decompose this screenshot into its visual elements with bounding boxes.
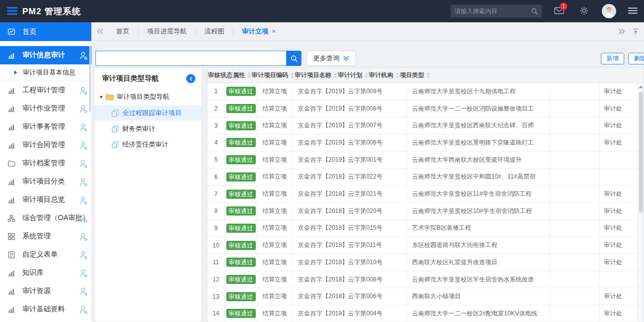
sidebar-item[interactable]: 综合管理（OA审批） <box>0 209 91 227</box>
project-name-cell: 东区校园道路与联大街衔接工程 <box>407 237 550 254</box>
more-query-button[interactable]: 更多查询 <box>307 51 356 66</box>
column-header[interactable]: 审计机构 <box>369 68 400 83</box>
column-header-label: 属性 <box>233 71 245 80</box>
table-row[interactable]: 14 审核通过 结算立项 京金咨字【2018】云字第004号 云南师范大学一二一… <box>208 305 643 322</box>
person-gear-icon <box>79 159 88 168</box>
sidebar-item-audit-info[interactable]: 审计信息审计 <box>0 46 91 64</box>
sidebar-item[interactable]: 审计项目总览 <box>0 191 91 209</box>
person-gear-icon <box>79 269 88 278</box>
table-row[interactable]: 5 审核通过 结算立项 京金咨字【2019】云字第001号 云南师范大学西南联大… <box>208 152 643 169</box>
status-badge: 审核通过 <box>226 258 256 267</box>
status-badge: 审核通过 <box>226 190 256 199</box>
sidebar-item[interactable]: 自定义表单 <box>0 245 91 264</box>
search-icon[interactable] <box>531 8 538 15</box>
tree-node[interactable]: 经济责任类审计 <box>95 137 201 152</box>
column-header[interactable]: 属性 <box>233 68 252 83</box>
table-row[interactable]: 4 审核通过 结算立项 京金咨字【2019】云字第006号 云南师范大学呈贡校区… <box>208 134 643 152</box>
project-name-cell: 艺术学院B区装修工程 <box>407 220 550 237</box>
row-number: 14 <box>208 305 225 322</box>
tabs-scroll-left-icon[interactable] <box>96 28 104 34</box>
sort-icon[interactable] <box>426 73 430 79</box>
table-row[interactable]: 1 审核通过 结算立项 京金咨字【2019】云字第009号 云南师范大学呈贡校区… <box>208 83 643 100</box>
bar-chart-icon <box>8 52 16 59</box>
sidebar-item[interactable]: 审计作业管理 <box>0 99 91 118</box>
sort-icon[interactable] <box>333 73 337 79</box>
caret-expanded-icon[interactable] <box>99 95 104 99</box>
sort-icon[interactable] <box>364 73 368 79</box>
sort-icon[interactable] <box>395 73 399 79</box>
sort-icon[interactable] <box>290 73 294 79</box>
person-gear-icon <box>79 251 88 260</box>
sidebar-item[interactable]: 审计合同管理 <box>0 136 91 154</box>
person-gear-icon <box>79 196 88 205</box>
tab-close-icon[interactable]: × <box>272 28 276 35</box>
menu-toggle-icon[interactable] <box>7 7 17 15</box>
table-row[interactable]: 10 审核通过 结算立项 京金咨字【2018】云字第011号 东区校园道路与联大… <box>208 237 643 254</box>
sort-icon[interactable] <box>247 73 251 79</box>
filter-search-button[interactable] <box>286 51 301 66</box>
table-scrollbar[interactable] <box>637 84 643 322</box>
attribute-cell: 结算立项 <box>257 237 293 254</box>
sidebar-scrollbar[interactable] <box>89 46 91 112</box>
more-menu-icon[interactable] <box>628 8 637 14</box>
sidebar-item[interactable]: 审计资源 <box>0 282 91 300</box>
menu-icon <box>8 288 16 295</box>
column-header-label: 审核状态 <box>208 71 232 80</box>
tab[interactable]: 流程图 <box>196 27 233 35</box>
scrollbar-thumb[interactable] <box>639 92 643 212</box>
table-row[interactable]: 8 审核通过 结算立项 京金咨字【2018】云字第020号 云南师范大学呈贡校区… <box>208 203 643 220</box>
project-code-cell: 京金咨字【2018】云字第020号 <box>293 203 407 220</box>
table-row[interactable]: 3 审核通过 结算立项 京金咨字【2019】云字第007号 云南师范大学呈贡校区… <box>208 117 643 134</box>
sidebar-item[interactable]: 审计基础资料 <box>0 300 91 318</box>
table-row[interactable]: 6 审核通过 结算立项 京金咨字【2018】云字第022号 云南师范大学呈贡校区… <box>208 169 643 186</box>
sidebar-item[interactable]: 知识库 <box>0 264 91 282</box>
table-row[interactable]: 13 审核通过 结算立项 京金咨字【2018】云字第006号 西南联大小镇项目 … <box>208 288 643 305</box>
attribute-cell: 结算立项 <box>257 100 293 117</box>
sidebar-subitem-label: 审计项目基本信息 <box>23 68 76 77</box>
sidebar-item[interactable]: 审计事务管理 <box>0 118 91 136</box>
tab[interactable]: 首页 <box>108 27 139 35</box>
tree-node[interactable]: 财务类审计 <box>95 121 201 136</box>
sidebar-item[interactable]: 审计项目分类 <box>0 172 91 191</box>
table-body: 1 审核通过 结算立项 京金咨字【2019】云字第009号 云南师范大学呈贡校区… <box>208 83 643 322</box>
table-row[interactable]: 12 审核通过 结算立项 京金咨字【2018】云字第008号 云南师范大学呈贡校… <box>208 271 643 289</box>
table-row[interactable]: 11 审核通过 结算立项 京金咨字【2018】云字第010号 西南联大校区礼堂提… <box>208 254 643 271</box>
audit-org-cell: 审计处 <box>600 237 638 254</box>
sidebar-item[interactable]: 工程审计管理 <box>0 81 91 99</box>
table-row[interactable]: 2 审核通过 结算立项 京金咨字【2019】云字第008号 云南师范大学一二一校… <box>208 100 643 118</box>
sidebar-subitem-project-basic-info[interactable]: 审计项目基本信息 <box>0 64 91 81</box>
audit-plan-cell <box>550 254 600 271</box>
person-gear-icon <box>79 287 88 296</box>
project-name-cell: 云南师范大学呈贡校区景明路下穿隧道路灯工 <box>407 134 550 151</box>
tab[interactable]: 审计立项 × <box>233 27 284 35</box>
table-row[interactable]: 7 审核通过 结算立项 京金咨字【2018】云字第021号 云南师范大学呈贡校区… <box>208 186 643 203</box>
global-search-input[interactable]: 请输入搜索内容 <box>451 5 542 18</box>
sidebar-item-home[interactable]: 首页 <box>0 22 91 41</box>
column-header[interactable]: 审计计划 <box>338 68 369 83</box>
add-button[interactable]: 新增 <box>601 53 624 64</box>
avatar[interactable] <box>602 4 616 18</box>
column-header[interactable]: 审计项目名称 <box>295 68 338 83</box>
sidebar-item-label: 知识库 <box>22 268 44 277</box>
tree-root-node[interactable]: 审计项目类型导航 <box>95 89 201 105</box>
gear-icon[interactable] <box>580 6 589 15</box>
sidebar-item[interactable]: 审计档案管理 <box>0 154 91 172</box>
status-badge: 审核通过 <box>226 172 256 182</box>
column-header[interactable]: 审计项目编码 <box>252 68 295 83</box>
filter-search-input[interactable] <box>95 51 286 66</box>
scroll-up-icon[interactable] <box>639 85 643 88</box>
attribute-cell: 结算立项 <box>257 305 293 322</box>
pin-top-icon[interactable] <box>632 28 639 35</box>
tab[interactable]: 项目进度导航 <box>139 27 196 35</box>
column-header[interactable]: 审核状态 <box>208 68 233 83</box>
audit-org-cell: 审计处 <box>600 254 638 271</box>
sidebar-item[interactable]: 系统管理 <box>0 227 91 245</box>
table-row[interactable]: 9 审核通过 结算立项 京金咨字【2018】云字第015号 艺术学院B区装修工程… <box>208 220 643 237</box>
tabs-scroll-right-icon[interactable] <box>618 28 625 34</box>
menu-icon <box>8 233 16 240</box>
column-header[interactable]: 项目类型 <box>400 68 431 83</box>
tree-collapse-button[interactable] <box>186 74 195 83</box>
delete-button[interactable]: 删除 <box>628 53 644 64</box>
menu-icon <box>8 123 16 131</box>
tree-node[interactable]: 全过程跟踪审计项目 <box>95 105 201 121</box>
